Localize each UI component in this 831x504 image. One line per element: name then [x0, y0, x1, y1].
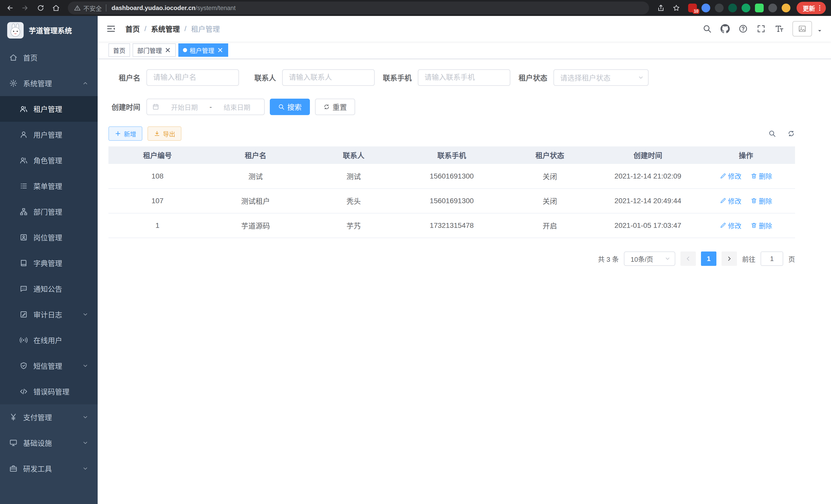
- extension-icon[interactable]: [728, 4, 737, 12]
- sidebar-item-dept-management[interactable]: 部门管理: [0, 199, 98, 225]
- tenant-name-input[interactable]: [146, 69, 239, 86]
- sidebar-item-menu-management[interactable]: 菜单管理: [0, 173, 98, 199]
- goto-page-suffix: 页: [789, 254, 795, 264]
- sidebar-group-payment[interactable]: 支付管理: [0, 404, 98, 430]
- delete-tenant-link[interactable]: 删除: [751, 221, 772, 230]
- add-tenant-button[interactable]: 新增: [109, 126, 142, 141]
- tab-tenant-management[interactable]: 租户管理: [178, 43, 228, 57]
- tab-dept-management[interactable]: 部门管理: [133, 43, 176, 57]
- cell-status: 关闭: [501, 164, 599, 188]
- goto-page-input[interactable]: [761, 251, 783, 266]
- github-icon[interactable]: [720, 24, 730, 33]
- close-icon[interactable]: [165, 47, 171, 53]
- filter-status: 租户状态 请选择租户状态: [515, 69, 649, 86]
- prev-page-button[interactable]: [681, 251, 696, 266]
- chevron-down-icon: [82, 312, 88, 318]
- sidebar-item-error-code[interactable]: 错误码管理: [0, 379, 98, 404]
- browser-reload-button[interactable]: [33, 1, 48, 15]
- next-page-button[interactable]: [721, 251, 737, 266]
- page-button-1[interactable]: 1: [701, 251, 716, 266]
- breadcrumb-system[interactable]: 系统管理: [151, 24, 180, 34]
- breadcrumb-separator: /: [144, 25, 146, 33]
- cell-tenant-name: 测试: [207, 164, 305, 188]
- close-icon[interactable]: [217, 47, 224, 53]
- sidebar-group-infrastructure[interactable]: 基础设施: [0, 430, 98, 456]
- app-logo-row[interactable]: 芋道管理系统: [0, 16, 98, 45]
- contact-input[interactable]: [282, 69, 375, 86]
- edit-tenant-link[interactable]: 修改: [720, 171, 741, 181]
- profile-avatar-icon[interactable]: [782, 4, 791, 12]
- user-icon: [20, 130, 28, 139]
- refresh-icon: [323, 103, 330, 110]
- cell-contact: 测试: [305, 164, 403, 188]
- sidebar-group-devtools[interactable]: 研发工具: [0, 456, 98, 481]
- browser-back-button[interactable]: [2, 1, 18, 15]
- sidebar-group-sms[interactable]: 短信管理: [0, 353, 98, 379]
- bookmark-star-button[interactable]: [668, 1, 684, 15]
- filter-row-2: 创建时间 开始日期 - 结束日期 搜索 重置: [109, 99, 795, 115]
- delete-tenant-link[interactable]: 删除: [751, 171, 772, 181]
- top-header: 首页 / 系统管理 / 租户管理: [98, 16, 831, 41]
- browser-update-button[interactable]: 更新: [797, 2, 826, 14]
- phone-input[interactable]: [418, 69, 510, 86]
- chevron-down-icon: [638, 75, 644, 81]
- image-icon: [798, 25, 806, 33]
- search-button[interactable]: 搜索: [270, 99, 310, 115]
- tab-home[interactable]: 首页: [109, 43, 130, 57]
- sidebar-item-user-management[interactable]: 用户管理: [0, 122, 98, 147]
- help-question-icon[interactable]: [739, 24, 748, 33]
- sidebar-item-dict-management[interactable]: 字典管理: [0, 250, 98, 276]
- extension-icon[interactable]: [755, 4, 764, 12]
- audit-log-icon: [20, 310, 28, 319]
- gear-icon: [9, 79, 18, 87]
- refresh-table-icon[interactable]: [787, 130, 795, 138]
- chevron-down-icon: [82, 440, 88, 446]
- extension-icon[interactable]: 10: [688, 4, 697, 12]
- caret-down-icon[interactable]: [816, 28, 823, 34]
- user-avatar[interactable]: [793, 21, 812, 36]
- extension-icon[interactable]: [701, 4, 710, 12]
- tenant-status-select[interactable]: 请选择租户状态: [553, 69, 649, 86]
- sidebar-item-post-management[interactable]: 岗位管理: [0, 225, 98, 250]
- page-size-select[interactable]: 10条/页: [624, 251, 675, 266]
- post-badge-icon: [20, 233, 28, 241]
- sidebar-group-system[interactable]: 系统管理: [0, 70, 98, 96]
- extension-icon[interactable]: [715, 4, 724, 12]
- sidebar-item-online-users[interactable]: 在线用户: [0, 327, 98, 353]
- table-row: 107 测试租户 秃头 15601691300 关闭 2021-12-14 20…: [109, 188, 795, 213]
- edit-tenant-link[interactable]: 修改: [720, 221, 741, 230]
- cell-contact: 芋艿: [305, 213, 403, 238]
- chevron-down-icon: [82, 363, 88, 369]
- breadcrumb: 首页 / 系统管理 / 租户管理: [125, 24, 220, 34]
- cell-actions: 修改 删除: [697, 213, 795, 238]
- share-button[interactable]: [653, 1, 668, 15]
- font-size-icon[interactable]: [774, 24, 784, 33]
- sidebar-item-home[interactable]: 首页: [0, 45, 98, 70]
- search-icon[interactable]: [703, 24, 712, 33]
- sidebar-group-audit-log[interactable]: 审计日志: [0, 302, 98, 327]
- address-bar[interactable]: 不安全 dashboard.yudao.iocoder.cn/system/te…: [68, 2, 649, 14]
- export-button[interactable]: 导出: [147, 126, 181, 141]
- browser-home-button[interactable]: [48, 1, 64, 15]
- reset-button[interactable]: 重置: [315, 99, 355, 115]
- extension-icon[interactable]: [768, 4, 777, 12]
- tenant-table: 租户编号 租户名 联系人 联系手机 租户状态 创建时间 操作 108 测试 测试…: [109, 146, 795, 238]
- sidebar-item-label: 岗位管理: [33, 232, 62, 242]
- tab-label: 租户管理: [190, 46, 214, 55]
- fullscreen-icon[interactable]: [756, 24, 766, 33]
- sidebar-item-role-management[interactable]: 角色管理: [0, 147, 98, 173]
- create-time-range-picker[interactable]: 开始日期 - 结束日期: [146, 99, 265, 115]
- browser-forward-button[interactable]: [18, 1, 33, 15]
- sidebar-toggle-button[interactable]: [106, 24, 116, 34]
- sidebar-item-tenant-management[interactable]: 租户管理: [0, 96, 98, 122]
- cell-actions: 修改 删除: [697, 188, 795, 213]
- toggle-search-icon[interactable]: [768, 130, 776, 138]
- delete-tenant-link[interactable]: 删除: [751, 196, 772, 206]
- edit-tenant-link[interactable]: 修改: [720, 196, 741, 206]
- breadcrumb-home[interactable]: 首页: [125, 24, 140, 34]
- error-code-icon: [20, 387, 28, 395]
- filter-row-1: 租户名 联系人 联系手机 租户状态 请选择租户状态: [109, 69, 795, 86]
- extension-icon[interactable]: [742, 4, 750, 12]
- sidebar-item-notice[interactable]: 通知公告: [0, 276, 98, 302]
- security-warning-icon: [74, 5, 81, 11]
